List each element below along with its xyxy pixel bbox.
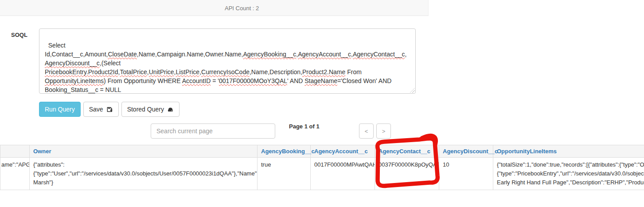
header-row: Owner AgencyBooking__c AgencyAccount__c … <box>0 145 644 158</box>
cell-agencyaccount: 0017F00000MPAwtQAH <box>311 158 375 190</box>
cell-agencybooking: true <box>258 158 311 190</box>
column-header-opportunitylineitems[interactable]: OpportunityLineItems <box>493 145 644 158</box>
next-page-button[interactable]: > <box>376 123 391 139</box>
cell-agencydiscount: 10 <box>439 158 493 190</box>
soql-query-text: Select Id,Contact__c,Amount,CloseDate,Na… <box>45 42 406 93</box>
table-row: ame":"APGA {"attributes": {"type":"User"… <box>0 158 644 190</box>
cell-owner: {"attributes": {"type":"User","url":"/se… <box>30 158 258 190</box>
run-query-button[interactable]: Run Query <box>39 102 81 117</box>
column-header-agencyaccount[interactable]: AgencyAccount__c <box>311 145 375 158</box>
page-info: Page 1 of 1 <box>289 123 320 130</box>
search-input[interactable] <box>151 123 275 139</box>
pagination: < > <box>359 123 391 139</box>
api-count-label: API Count : 2 <box>225 5 259 12</box>
soql-query-textarea[interactable]: Select Id,Contact__c,Amount,CloseDate,Na… <box>39 28 416 94</box>
column-header-agencybooking[interactable]: AgencyBooking__c <box>258 145 311 158</box>
column-header-agencydiscount[interactable]: AgencyDiscount__c <box>439 145 493 158</box>
cell-opportunitylineitems: {"totalSize":1,"done":true,"records":[{"… <box>493 158 644 190</box>
stored-query-button[interactable]: Stored Query <box>121 102 180 117</box>
page: { "navbar": { "api_count": "API Count : … <box>0 0 644 207</box>
hdd-icon <box>167 106 174 113</box>
save-label: Save <box>89 106 103 113</box>
cell-clipped-campaign: ame":"APGA <box>0 158 30 190</box>
top-navbar: API Count : 2 <box>0 0 429 16</box>
prev-page-button[interactable]: < <box>359 123 374 139</box>
stored-query-label: Stored Query <box>127 106 164 113</box>
floppy-save-icon <box>106 106 113 113</box>
save-button[interactable]: Save <box>83 102 119 117</box>
column-header-agencycontact[interactable]: AgencyContact__c <box>375 145 439 158</box>
textarea-resize-handle[interactable] <box>410 88 415 93</box>
column-header-owner[interactable]: Owner <box>30 145 258 158</box>
results-table: Owner AgencyBooking__c AgencyAccount__c … <box>0 145 644 190</box>
toolbar: Run Query Save Stored Query <box>39 102 180 117</box>
cell-agencycontact: 0037F00000K8pOyQAJ <box>375 158 439 190</box>
column-header-blank <box>0 145 30 158</box>
run-query-label: Run Query <box>45 106 75 113</box>
results-table-wrap: Owner AgencyBooking__c AgencyAccount__c … <box>0 145 644 190</box>
soql-label: SOQL <box>11 32 27 38</box>
